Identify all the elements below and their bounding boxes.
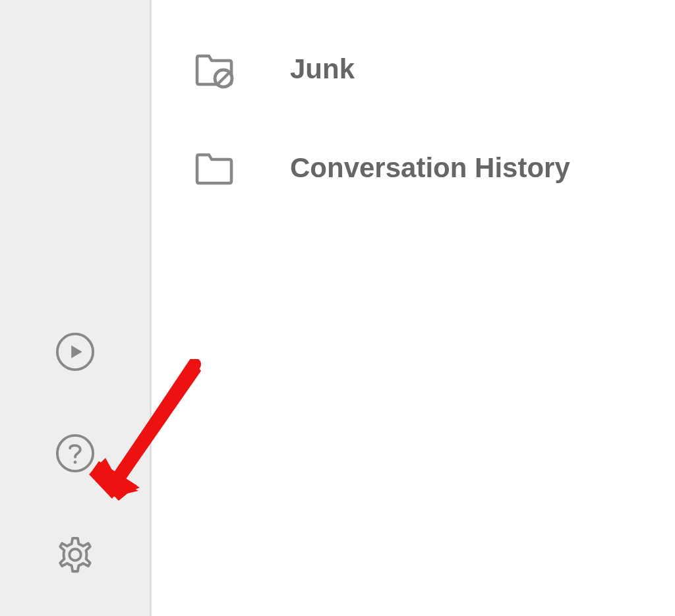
folder-junk-icon	[191, 46, 237, 92]
folder-item-conversation-history[interactable]: Conversation History	[152, 119, 675, 217]
play-button[interactable]	[54, 331, 96, 374]
svg-point-1	[57, 435, 92, 470]
svg-point-2	[73, 461, 76, 464]
svg-point-3	[69, 549, 80, 560]
sidebar-bottom-icons	[0, 331, 150, 576]
folder-label: Junk	[290, 53, 355, 85]
help-icon	[55, 433, 96, 476]
gear-icon	[55, 534, 96, 577]
folder-item-junk[interactable]: Junk	[152, 20, 675, 119]
play-icon	[55, 331, 96, 374]
folder-label: Conversation History	[290, 152, 570, 184]
folder-list-panel: Junk Conversation History	[152, 0, 675, 616]
left-sidebar	[0, 0, 152, 616]
settings-button[interactable]	[54, 534, 96, 576]
help-button[interactable]	[54, 433, 96, 475]
folder-icon	[191, 145, 237, 191]
